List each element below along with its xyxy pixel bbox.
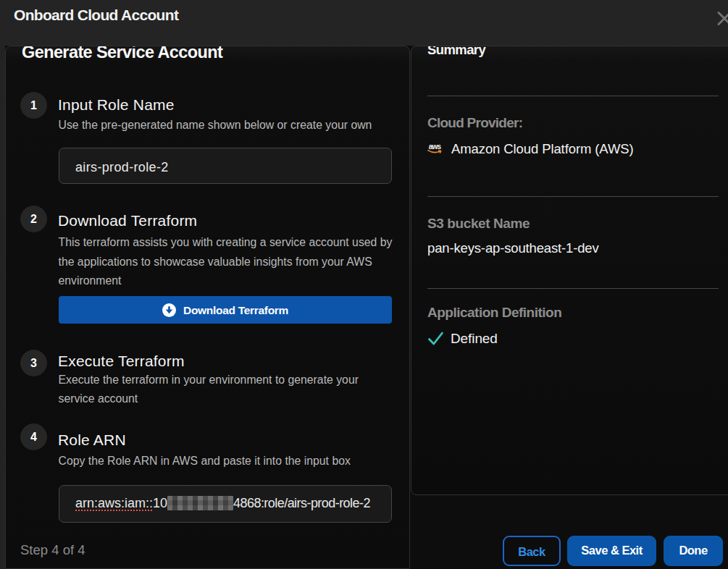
svg-text:aws: aws (429, 143, 442, 151)
